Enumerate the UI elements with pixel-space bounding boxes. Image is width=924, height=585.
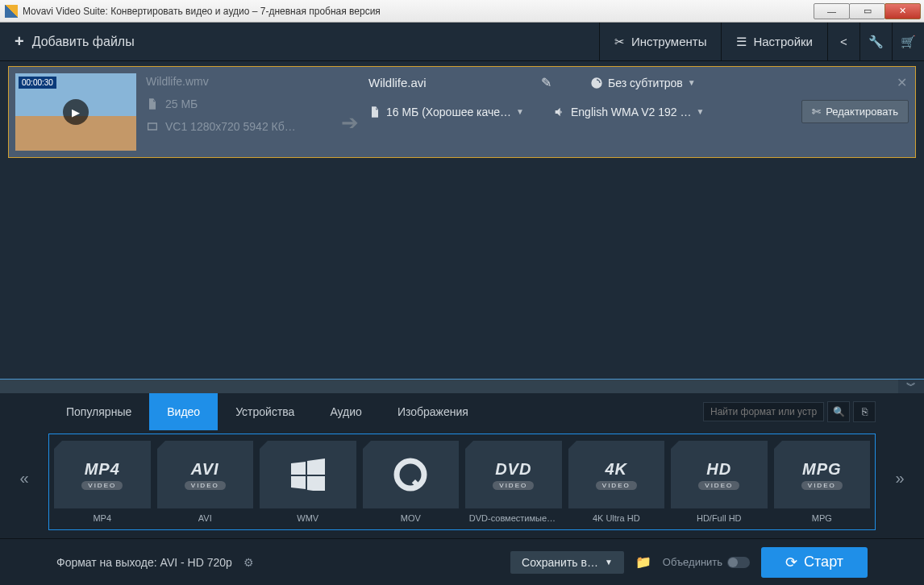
format-icon: AVIVIDEO <box>157 441 254 508</box>
format-card-wmv[interactable]: WMV <box>260 441 356 523</box>
chevron-down-icon: ▼ <box>688 78 696 87</box>
add-files-label: Добавить файлы <box>32 35 135 49</box>
format-tabs: Популярные Видео Устройства Аудио Изобра… <box>48 393 876 430</box>
tab-popular[interactable]: Популярные <box>48 393 149 430</box>
merge-label: Объединить <box>663 556 722 568</box>
chevron-down-icon: ▼ <box>605 558 613 566</box>
cart-icon: 🛒 <box>901 35 916 49</box>
rename-icon[interactable]: ✎ <box>541 75 551 90</box>
merge-toggle[interactable]: Объединить <box>663 556 750 568</box>
start-label: Старт <box>804 554 843 570</box>
tab-images[interactable]: Изображения <box>380 393 486 430</box>
output-quality-dropdown[interactable]: 16 МБ (Хорошее каче… ▼ <box>368 106 542 118</box>
audio-track-dropdown[interactable]: English WMA V2 192 … ▼ <box>553 106 704 118</box>
share-icon: < <box>840 35 847 48</box>
subtitles-label: Без субтитров <box>608 77 683 89</box>
tools-label: Инструменты <box>631 35 707 48</box>
tools-icon: ✂︎ <box>614 35 625 49</box>
output-format-label: Формат на выходе: AVI - HD 720p <box>56 556 232 569</box>
cart-button[interactable]: 🛒 <box>892 23 924 61</box>
share-button[interactable]: < <box>827 23 859 61</box>
start-button[interactable]: ⟳ Старт <box>761 547 868 578</box>
audio-icon <box>553 106 566 118</box>
settings-button[interactable]: ☰ Настройки <box>721 23 827 61</box>
settings-label: Настройки <box>753 35 813 48</box>
folder-icon[interactable]: 📁 <box>635 554 651 570</box>
format-card-4k ultra hd[interactable]: 4KVIDEO4K Ultra HD <box>568 441 665 523</box>
format-icon: MPGVIDEO <box>774 441 871 508</box>
chevron-down-icon: ︾ <box>898 380 924 393</box>
format-card-mpg[interactable]: MPGVIDEOMPG <box>774 441 871 523</box>
edit-button[interactable]: ✄ Редактировать <box>801 100 909 123</box>
bottom-bar: Формат на выходе: AVI - HD 720p ⚙ Сохран… <box>0 538 924 585</box>
format-label: AVI <box>198 513 212 523</box>
output-quality-label: 16 МБ (Хорошее каче… <box>386 106 511 118</box>
plus-icon: + <box>15 32 24 51</box>
arrow-icon: ➔ <box>341 110 359 135</box>
window-title: Movavi Video Suite: Конвертировать видео… <box>23 6 814 17</box>
subtitles-dropdown[interactable]: Без субтитров ▼ <box>590 77 696 89</box>
format-label: HD/Full HD <box>697 513 742 523</box>
format-label: MP4 <box>93 513 111 523</box>
format-label: MOV <box>401 513 421 523</box>
scissors-icon: ✄ <box>812 106 821 118</box>
format-card-avi[interactable]: AVIVIDEOAVI <box>157 441 254 523</box>
format-search-input[interactable] <box>703 402 824 421</box>
save-to-label: Сохранить в… <box>522 556 598 569</box>
subtitles-icon <box>590 77 603 89</box>
formats-prev-button[interactable]: « <box>12 466 36 490</box>
file-icon <box>368 106 381 118</box>
format-icon: MP4VIDEO <box>54 441 151 508</box>
close-button[interactable]: ✕ <box>884 3 921 19</box>
add-files-button[interactable]: + Добавить файлы <box>0 23 149 61</box>
window-titlebar: Movavi Video Suite: Конвертировать видео… <box>0 0 924 23</box>
format-icon: 4KVIDEO <box>568 441 665 508</box>
source-details: VC1 1280x720 5942 Кб… <box>165 120 296 133</box>
remove-file-button[interactable]: ✕ <box>897 75 907 90</box>
maximize-button[interactable]: ▭ <box>849 3 885 19</box>
file-drop-area[interactable] <box>0 163 924 379</box>
menu-icon: ☰ <box>736 35 747 49</box>
chevron-down-icon: ▼ <box>696 107 704 116</box>
output-filename: Wildlife.avi <box>368 76 530 89</box>
tab-audio[interactable]: Аудио <box>312 393 380 430</box>
key-icon: 🔧 <box>868 35 884 49</box>
chevron-down-icon: ▼ <box>516 107 524 116</box>
format-card-dvd-совместимые в…[interactable]: DVDVIDEODVD-совместимые в… <box>465 441 562 523</box>
video-thumbnail[interactable]: 00:00:30 ▶ <box>15 73 136 151</box>
format-label: WMV <box>297 513 318 523</box>
minimize-button[interactable]: — <box>814 3 850 19</box>
video-spec-icon <box>146 120 159 133</box>
search-icon: 🔍 <box>833 406 845 417</box>
format-icon: DVDVIDEO <box>465 441 562 508</box>
thumbnail-timecode: 00:00:30 <box>19 77 56 89</box>
toggle-switch[interactable] <box>727 557 750 568</box>
source-size: 25 МБ <box>165 98 198 110</box>
tools-button[interactable]: ✂︎ Инструменты <box>599 23 722 61</box>
audio-track-label: English WMA V2 192 … <box>571 106 691 118</box>
output-settings-button[interactable]: ⚙ <box>243 556 254 569</box>
key-button[interactable]: 🔧 <box>859 23 892 61</box>
file-card[interactable]: 00:00:30 ▶ Wildlife.wmv 25 МБ VC1 1280x7… <box>8 66 916 158</box>
play-icon[interactable]: ▶ <box>63 99 89 125</box>
detect-device-button[interactable]: ⎘ <box>853 401 876 422</box>
device-detect-icon: ⎘ <box>862 406 868 417</box>
format-icon <box>260 441 356 508</box>
format-icon: HDVIDEO <box>671 441 768 508</box>
formats-next-button[interactable]: » <box>888 466 912 490</box>
app-icon <box>5 5 18 18</box>
save-to-dropdown[interactable]: Сохранить в… ▼ <box>510 551 624 574</box>
source-filename: Wildlife.wmv <box>146 75 209 88</box>
format-label: 4K Ultra HD <box>593 513 640 523</box>
main-toolbar: + Добавить файлы ✂︎ Инструменты ☰ Настро… <box>0 23 924 61</box>
search-button[interactable]: 🔍 <box>827 401 850 422</box>
format-card-mov[interactable]: MOV <box>363 441 460 523</box>
format-card-hd/full hd[interactable]: HDVIDEOHD/Full HD <box>671 441 768 523</box>
format-card-mp4[interactable]: MP4VIDEOMP4 <box>54 441 151 523</box>
collapse-bar[interactable]: ︾ <box>0 379 924 393</box>
file-icon <box>146 98 159 110</box>
tab-devices[interactable]: Устройства <box>218 393 312 430</box>
format-label: MPG <box>812 513 832 523</box>
convert-icon: ⟳ <box>785 554 797 571</box>
tab-video[interactable]: Видео <box>149 393 218 430</box>
